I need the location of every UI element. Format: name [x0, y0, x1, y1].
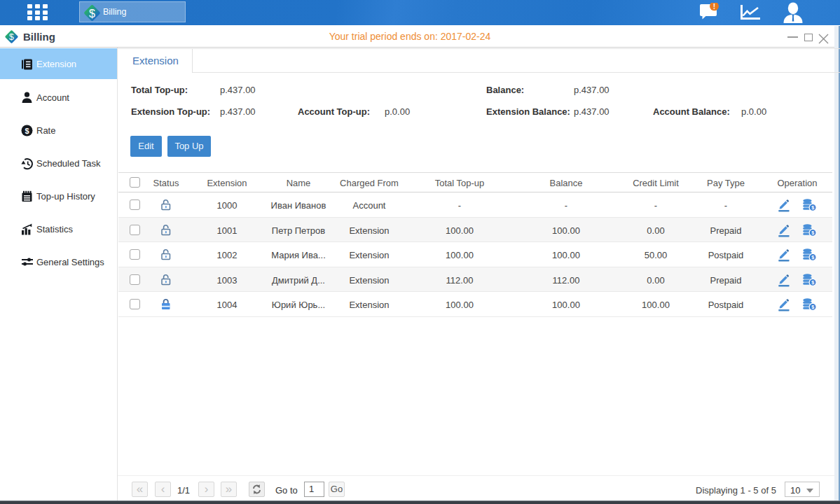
svg-text:!: ! [713, 3, 715, 10]
svg-text:$: $ [25, 127, 29, 135]
svg-text:$: $ [89, 8, 95, 20]
